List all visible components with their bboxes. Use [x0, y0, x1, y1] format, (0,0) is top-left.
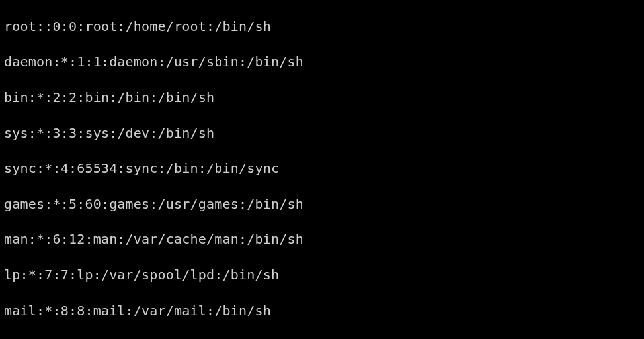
passwd-line: mail:*:8:8:mail:/var/mail:/bin/sh — [4, 302, 640, 320]
passwd-line: man:*:6:12:man:/var/cache/man:/bin/sh — [4, 230, 640, 248]
passwd-line: games:*:5:60:games:/usr/games:/bin/sh — [4, 195, 640, 213]
passwd-line: lp:*:7:7:lp:/var/spool/lpd:/bin/sh — [4, 266, 640, 284]
passwd-line: root::0:0:root:/home/root:/bin/sh — [4, 18, 640, 36]
passwd-line: sync:*:4:65534:sync:/bin:/bin/sync — [4, 160, 640, 177]
passwd-line: daemon:*:1:1:daemon:/usr/sbin:/bin/sh — [4, 53, 640, 71]
passwd-line: sys:*:3:3:sys:/dev:/bin/sh — [4, 124, 640, 142]
passwd-line: bin:*:2:2:bin:/bin:/bin/sh — [4, 89, 640, 107]
terminal-output: root::0:0:root:/home/root:/bin/sh daemon… — [0, 0, 644, 339]
